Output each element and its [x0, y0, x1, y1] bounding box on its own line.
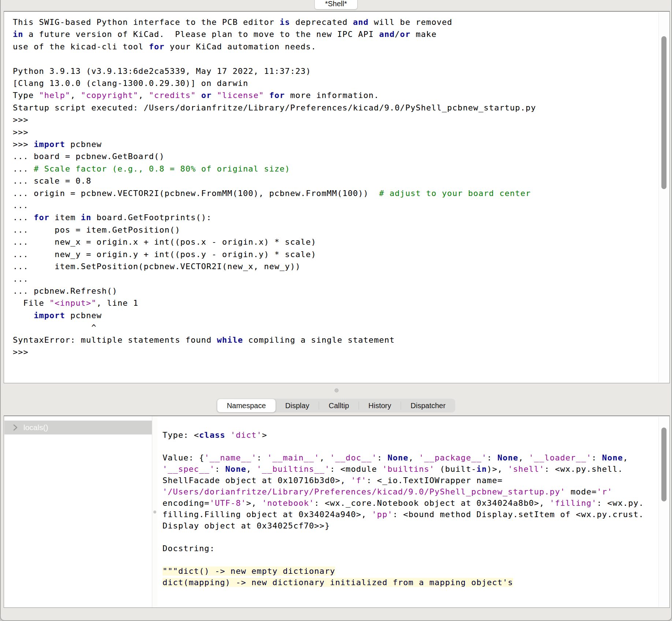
text-line: use of the kicad-cli tool for your KiCad…: [13, 41, 658, 53]
text-line: SyntaxError: multiple statements found w…: [13, 334, 658, 346]
shell-scrollbar-thumb[interactable]: [661, 36, 667, 189]
chevron-right-icon[interactable]: [12, 424, 18, 432]
tab-history[interactable]: History: [359, 399, 401, 413]
shell-output-text[interactable]: This SWIG-based Python interface to the …: [4, 12, 658, 383]
splitter-handle-icon[interactable]: [335, 388, 339, 392]
text-line: ...: [13, 199, 658, 211]
tree-detail-sash[interactable]: [152, 416, 157, 607]
text-line: ShellFacade object at 0x10716b3d0>, 'f':…: [163, 475, 658, 486]
text-line: >>>: [13, 346, 658, 358]
text-line: [13, 53, 658, 65]
text-line: >>> import pcbnew: [13, 138, 658, 150]
text-line: Python 3.9.13 (v3.9.13:6de2ca5339, May 1…: [13, 65, 658, 77]
text-line: '__spec__': None, '__builtins__': <modul…: [163, 463, 658, 475]
text-line: This SWIG-based Python interface to the …: [13, 16, 658, 28]
text-line: [163, 531, 658, 543]
namespace-detail-text[interactable]: Type: <class 'dict'>Value: {'__name__': …: [157, 416, 658, 607]
text-line: Startup script executed: /Users/dorianfr…: [13, 102, 658, 114]
text-line: ... board = pcbnew.GetBoard(): [13, 150, 658, 162]
text-line: Type "help", "copyright", "credits" or "…: [13, 89, 658, 101]
text-line: ... pcbnew.Refresh(): [13, 285, 658, 297]
sash-handle-icon[interactable]: [153, 511, 156, 513]
namespace-page: locals() Type: <class 'dict'>Value: {'__…: [4, 415, 670, 608]
text-line: ... new_x = origin.x + int((pos.x - orig…: [13, 236, 658, 248]
text-line: filling.Filling object at 0x34024a940>, …: [163, 509, 658, 520]
text-line: ... scale = 0.8: [13, 175, 658, 187]
text-line: """dict() -> new empty dictionary: [163, 565, 658, 577]
text-line: encoding='UTF-8'>, 'notebook': <wx._core…: [163, 497, 658, 509]
tab-namespace[interactable]: Namespace: [217, 399, 276, 413]
titlebar: *Shell*: [1, 0, 671, 11]
tab-calltip[interactable]: Calltip: [319, 399, 359, 413]
text-line: [163, 441, 658, 452]
text-line: dict(mapping) -> new dictionary initiali…: [163, 577, 658, 588]
pyshell-window: *Shell* This SWIG-based Python interface…: [0, 0, 672, 621]
text-line: ... origin = pcbnew.VECTOR2I(pcbnew.From…: [13, 187, 658, 199]
text-line: File "<input>", line 1: [13, 297, 658, 309]
text-line: Docstring:: [163, 543, 658, 554]
text-line: import pcbnew: [13, 309, 658, 321]
text-line: '/Users/dorianfritze/Library/Preferences…: [163, 486, 658, 497]
detail-scrollbar-thumb[interactable]: [661, 428, 667, 501]
text-line: [Clang 13.0.0 (clang-1300.0.29.30)] on d…: [13, 77, 658, 89]
text-line: [163, 554, 658, 565]
text-line: ... # Scale factor (e.g., 0.8 = 80% of o…: [13, 163, 658, 175]
tab-display[interactable]: Display: [276, 399, 319, 413]
text-line: Display object at 0x34025cf70>>}: [163, 520, 658, 531]
text-line: ... item.SetPosition(pcbnew.VECTOR2I(new…: [13, 260, 658, 272]
tree-item-locals[interactable]: locals(): [4, 421, 152, 434]
detail-scrollbar[interactable]: [658, 417, 669, 607]
tree-item-label: locals(): [23, 423, 48, 432]
tab-dispatcher[interactable]: Dispatcher: [401, 399, 455, 413]
shell-tab-label: *Shell*: [325, 0, 347, 8]
text-line: >>>: [13, 126, 658, 138]
text-line: Type: <class 'dict'>: [163, 429, 658, 441]
text-line: ... for item in board.GetFootprints():: [13, 211, 658, 223]
shell-scrollbar[interactable]: [658, 12, 669, 383]
text-line: ^: [13, 321, 658, 334]
text-line: ...: [13, 273, 658, 285]
text-line: >>>: [13, 114, 658, 126]
shell-window-tab[interactable]: *Shell*: [314, 0, 358, 10]
text-line: ... new_y = origin.y + int((pos.y - orig…: [13, 248, 658, 260]
text-line: ... pos = item.GetPosition(): [13, 224, 658, 236]
namespace-tree[interactable]: locals(): [4, 416, 152, 607]
text-line: Value: {'__name__': '__main__', '__doc__…: [163, 452, 658, 463]
text-line: in a future version of KiCad. Please pla…: [13, 28, 658, 40]
crust-tab-bar: NamespaceDisplayCalltipHistoryDispatcher: [217, 399, 455, 413]
shell-console[interactable]: This SWIG-based Python interface to the …: [4, 11, 670, 383]
